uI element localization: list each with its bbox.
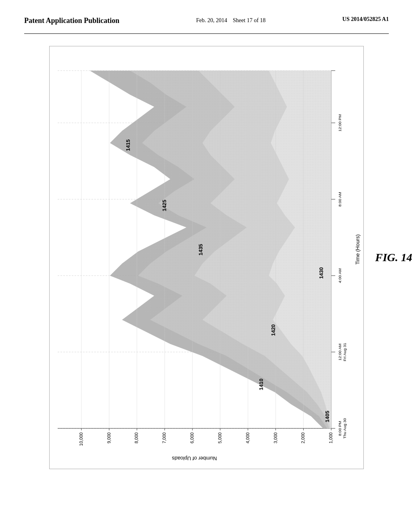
main-content: FIG. 14 <box>24 46 389 469</box>
svg-text:12:00 PM: 12:00 PM <box>338 114 342 132</box>
svg-marker-14 <box>90 71 331 429</box>
rotated-inner: 1,000 2,000 3,000 4,000 5,000 6,000 7,00… <box>49 46 364 469</box>
chart-rotated-wrapper: 1,000 2,000 3,000 4,000 5,000 6,000 7,00… <box>49 46 364 469</box>
chart-svg: 1,000 2,000 3,000 4,000 5,000 6,000 7,00… <box>49 46 364 469</box>
svg-text:Number of Uploads: Number of Uploads <box>172 455 217 461</box>
svg-text:6,000: 6,000 <box>190 432 194 443</box>
svg-text:1425: 1425 <box>161 200 167 212</box>
svg-text:8:00 AM: 8:00 AM <box>338 192 342 207</box>
svg-text:7,000: 7,000 <box>162 432 167 443</box>
page: Patent Application Publication Feb. 20, … <box>0 0 413 532</box>
sheet-info: Sheet 17 of 18 <box>233 17 265 23</box>
svg-text:8,000: 8,000 <box>134 432 139 443</box>
svg-text:1405: 1405 <box>324 411 330 423</box>
svg-text:4,000: 4,000 <box>245 432 250 443</box>
svg-text:Time (Hours): Time (Hours) <box>355 235 361 265</box>
svg-text:1435: 1435 <box>198 244 204 256</box>
chart-wrapper: FIG. 14 <box>49 46 364 469</box>
figure-label: FIG. 14 <box>375 251 412 264</box>
svg-text:5,000: 5,000 <box>217 432 222 443</box>
svg-text:10,000: 10,000 <box>79 432 83 446</box>
svg-text:2,000: 2,000 <box>300 432 305 443</box>
publication-date: Feb. 20, 2014 <box>196 17 227 23</box>
svg-text:12:00 AM: 12:00 AM <box>338 344 342 361</box>
svg-text:8:00 PM: 8:00 PM <box>338 421 342 436</box>
svg-text:1420: 1420 <box>270 324 276 336</box>
svg-text:Thu Aug 30: Thu Aug 30 <box>342 418 347 438</box>
svg-text:1430: 1430 <box>318 267 324 279</box>
svg-text:9,000: 9,000 <box>106 432 111 443</box>
svg-text:1415: 1415 <box>125 139 131 151</box>
publication-title: Patent Application Publication <box>24 16 119 25</box>
svg-text:4:00 AM: 4:00 AM <box>338 268 342 283</box>
svg-text:3,000: 3,000 <box>273 432 278 443</box>
header: Patent Application Publication Feb. 20, … <box>24 16 389 34</box>
patent-number: US 2014/052825 A1 <box>342 16 389 23</box>
svg-text:Fri Aug 31: Fri Aug 31 <box>342 343 347 362</box>
svg-text:1,000: 1,000 <box>328 432 333 443</box>
publication-date-sheet: Feb. 20, 2014 Sheet 17 of 18 <box>196 16 265 25</box>
svg-text:1410: 1410 <box>258 379 264 391</box>
